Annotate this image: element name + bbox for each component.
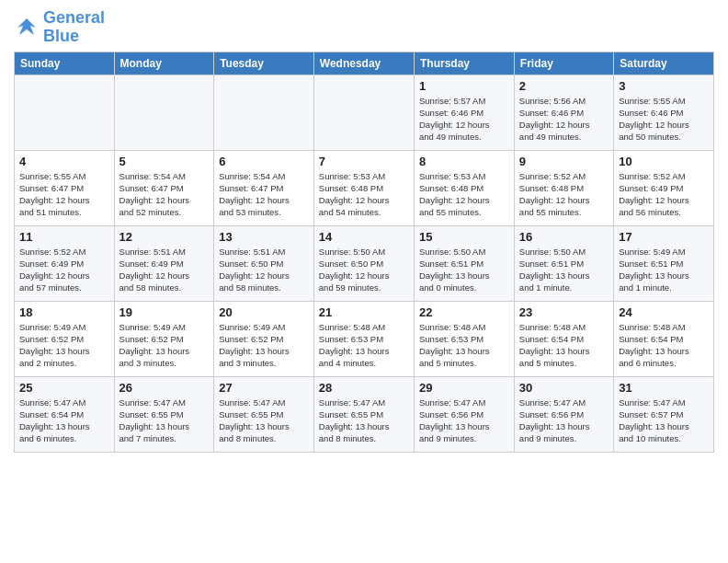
calendar-header-row: SundayMondayTuesdayWednesdayThursdayFrid… — [15, 52, 714, 75]
day-info: Sunrise: 5:53 AMSunset: 6:48 PMDaylight:… — [319, 170, 409, 219]
day-number: 27 — [219, 381, 309, 395]
day-info: Sunrise: 5:48 AMSunset: 6:54 PMDaylight:… — [519, 321, 609, 370]
day-info: Sunrise: 5:56 AMSunset: 6:46 PMDaylight:… — [519, 95, 609, 144]
weekday-header-wednesday: Wednesday — [313, 52, 414, 75]
day-info: Sunrise: 5:47 AMSunset: 6:56 PMDaylight:… — [519, 396, 609, 445]
day-info: Sunrise: 5:51 AMSunset: 6:49 PMDaylight:… — [119, 246, 210, 294]
calendar-body: 1Sunrise: 5:57 AMSunset: 6:46 PMDaylight… — [15, 75, 714, 452]
day-info: Sunrise: 5:52 AMSunset: 6:49 PMDaylight:… — [19, 246, 109, 294]
logo-icon — [14, 15, 40, 40]
day-info: Sunrise: 5:52 AMSunset: 6:49 PMDaylight:… — [619, 170, 709, 219]
day-number: 15 — [419, 230, 509, 244]
calendar-cell: 20Sunrise: 5:49 AMSunset: 6:52 PMDayligh… — [214, 301, 314, 376]
calendar-cell: 27Sunrise: 5:47 AMSunset: 6:55 PMDayligh… — [214, 376, 314, 452]
weekday-header-friday: Friday — [514, 52, 613, 75]
calendar-cell: 17Sunrise: 5:49 AMSunset: 6:51 PMDayligh… — [614, 225, 714, 301]
calendar-cell: 21Sunrise: 5:48 AMSunset: 6:53 PMDayligh… — [313, 301, 414, 376]
page-header: GeneralBlue — [14, 9, 714, 46]
day-number: 11 — [19, 230, 109, 244]
calendar-cell — [114, 75, 214, 150]
calendar-cell: 10Sunrise: 5:52 AMSunset: 6:49 PMDayligh… — [614, 150, 714, 225]
day-info: Sunrise: 5:55 AMSunset: 6:46 PMDaylight:… — [619, 95, 709, 144]
day-number: 30 — [519, 381, 609, 395]
calendar-week-5: 25Sunrise: 5:47 AMSunset: 6:54 PMDayligh… — [15, 376, 714, 452]
day-info: Sunrise: 5:54 AMSunset: 6:47 PMDaylight:… — [219, 170, 309, 219]
calendar-cell: 6Sunrise: 5:54 AMSunset: 6:47 PMDaylight… — [214, 150, 314, 225]
svg-marker-0 — [17, 18, 36, 35]
day-info: Sunrise: 5:52 AMSunset: 6:48 PMDaylight:… — [519, 170, 609, 219]
day-number: 24 — [619, 305, 709, 319]
day-info: Sunrise: 5:49 AMSunset: 6:52 PMDaylight:… — [119, 321, 210, 370]
day-info: Sunrise: 5:54 AMSunset: 6:47 PMDaylight:… — [119, 170, 210, 219]
day-info: Sunrise: 5:48 AMSunset: 6:53 PMDaylight:… — [419, 321, 509, 370]
calendar-cell: 31Sunrise: 5:47 AMSunset: 6:57 PMDayligh… — [614, 376, 714, 452]
calendar-cell: 22Sunrise: 5:48 AMSunset: 6:53 PMDayligh… — [415, 301, 515, 376]
day-number: 2 — [519, 79, 609, 93]
day-number: 1 — [419, 79, 509, 93]
calendar-cell: 29Sunrise: 5:47 AMSunset: 6:56 PMDayligh… — [415, 376, 515, 452]
logo: GeneralBlue — [14, 9, 105, 46]
calendar-cell: 9Sunrise: 5:52 AMSunset: 6:48 PMDaylight… — [514, 150, 613, 225]
calendar-cell: 24Sunrise: 5:48 AMSunset: 6:54 PMDayligh… — [614, 301, 714, 376]
day-info: Sunrise: 5:49 AMSunset: 6:51 PMDaylight:… — [619, 246, 709, 294]
calendar-cell: 23Sunrise: 5:48 AMSunset: 6:54 PMDayligh… — [514, 301, 613, 376]
day-number: 19 — [119, 305, 210, 319]
calendar-cell: 25Sunrise: 5:47 AMSunset: 6:54 PMDayligh… — [15, 376, 115, 452]
calendar-cell: 5Sunrise: 5:54 AMSunset: 6:47 PMDaylight… — [114, 150, 214, 225]
day-info: Sunrise: 5:47 AMSunset: 6:57 PMDaylight:… — [619, 396, 709, 445]
weekday-header-saturday: Saturday — [614, 52, 714, 75]
day-number: 25 — [19, 381, 109, 395]
calendar-cell: 28Sunrise: 5:47 AMSunset: 6:55 PMDayligh… — [313, 376, 414, 452]
day-number: 9 — [519, 155, 609, 168]
day-number: 17 — [619, 230, 709, 244]
day-number: 18 — [19, 305, 109, 319]
day-info: Sunrise: 5:49 AMSunset: 6:52 PMDaylight:… — [219, 321, 309, 370]
day-info: Sunrise: 5:51 AMSunset: 6:50 PMDaylight:… — [219, 246, 309, 294]
day-number: 13 — [219, 230, 309, 244]
weekday-header-monday: Monday — [114, 52, 214, 75]
day-info: Sunrise: 5:49 AMSunset: 6:52 PMDaylight:… — [19, 321, 109, 370]
day-number: 29 — [419, 381, 509, 395]
calendar-cell: 4Sunrise: 5:55 AMSunset: 6:47 PMDaylight… — [15, 150, 115, 225]
calendar-cell: 7Sunrise: 5:53 AMSunset: 6:48 PMDaylight… — [313, 150, 414, 225]
day-number: 12 — [119, 230, 210, 244]
day-number: 22 — [419, 305, 509, 319]
logo-text: GeneralBlue — [43, 9, 105, 46]
day-info: Sunrise: 5:50 AMSunset: 6:51 PMDaylight:… — [519, 246, 609, 294]
day-info: Sunrise: 5:53 AMSunset: 6:48 PMDaylight:… — [419, 170, 509, 219]
day-info: Sunrise: 5:47 AMSunset: 6:56 PMDaylight:… — [419, 396, 509, 445]
calendar-cell: 3Sunrise: 5:55 AMSunset: 6:46 PMDaylight… — [614, 75, 714, 150]
day-info: Sunrise: 5:47 AMSunset: 6:55 PMDaylight:… — [119, 396, 210, 445]
day-number: 5 — [119, 155, 210, 168]
calendar-cell: 30Sunrise: 5:47 AMSunset: 6:56 PMDayligh… — [514, 376, 613, 452]
day-number: 8 — [419, 155, 509, 168]
calendar-cell: 12Sunrise: 5:51 AMSunset: 6:49 PMDayligh… — [114, 225, 214, 301]
calendar-cell: 1Sunrise: 5:57 AMSunset: 6:46 PMDaylight… — [415, 75, 515, 150]
calendar-week-2: 4Sunrise: 5:55 AMSunset: 6:47 PMDaylight… — [15, 150, 714, 225]
day-info: Sunrise: 5:50 AMSunset: 6:51 PMDaylight:… — [419, 246, 509, 294]
day-number: 16 — [519, 230, 609, 244]
day-number: 3 — [619, 79, 709, 93]
day-number: 10 — [619, 155, 709, 168]
calendar-cell: 13Sunrise: 5:51 AMSunset: 6:50 PMDayligh… — [214, 225, 314, 301]
calendar-cell — [313, 75, 414, 150]
calendar-cell — [15, 75, 115, 150]
calendar-week-1: 1Sunrise: 5:57 AMSunset: 6:46 PMDaylight… — [15, 75, 714, 150]
day-info: Sunrise: 5:48 AMSunset: 6:54 PMDaylight:… — [619, 321, 709, 370]
weekday-header-sunday: Sunday — [15, 52, 115, 75]
calendar-week-3: 11Sunrise: 5:52 AMSunset: 6:49 PMDayligh… — [15, 225, 714, 301]
calendar-cell: 18Sunrise: 5:49 AMSunset: 6:52 PMDayligh… — [15, 301, 115, 376]
calendar-cell — [214, 75, 314, 150]
day-info: Sunrise: 5:57 AMSunset: 6:46 PMDaylight:… — [419, 95, 509, 144]
calendar-cell: 11Sunrise: 5:52 AMSunset: 6:49 PMDayligh… — [15, 225, 115, 301]
calendar-week-4: 18Sunrise: 5:49 AMSunset: 6:52 PMDayligh… — [15, 301, 714, 376]
calendar-table: SundayMondayTuesdayWednesdayThursdayFrid… — [14, 52, 714, 453]
day-info: Sunrise: 5:55 AMSunset: 6:47 PMDaylight:… — [19, 170, 109, 219]
calendar-cell: 14Sunrise: 5:50 AMSunset: 6:50 PMDayligh… — [313, 225, 414, 301]
day-number: 7 — [319, 155, 409, 168]
day-number: 14 — [319, 230, 409, 244]
day-info: Sunrise: 5:50 AMSunset: 6:50 PMDaylight:… — [319, 246, 409, 294]
calendar-cell: 19Sunrise: 5:49 AMSunset: 6:52 PMDayligh… — [114, 301, 214, 376]
day-number: 31 — [619, 381, 709, 395]
day-number: 26 — [119, 381, 210, 395]
